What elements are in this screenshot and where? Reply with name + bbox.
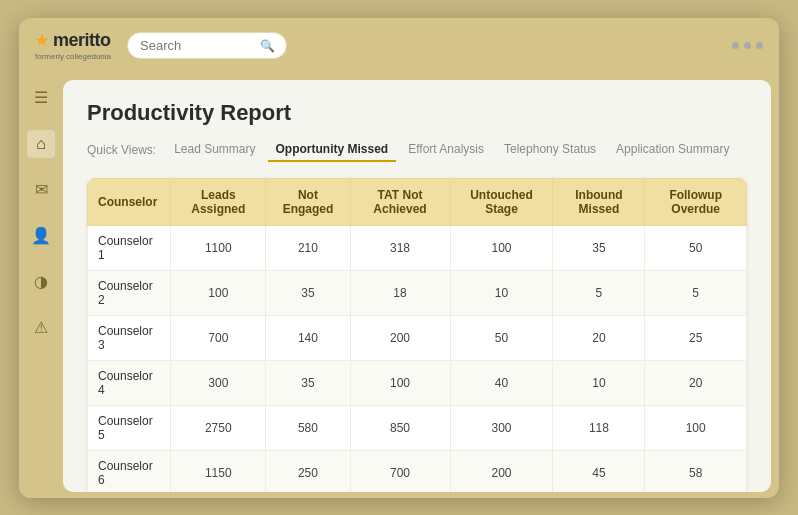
data-cell: 210 bbox=[266, 225, 350, 270]
data-cell: 100 bbox=[350, 360, 450, 405]
content-inner: Productivity Report Quick Views: Lead Su… bbox=[63, 80, 771, 492]
table-header-row: CounselorLeads AssignedNot EngagedTAT No… bbox=[88, 178, 747, 225]
data-cell: 20 bbox=[645, 360, 747, 405]
sidebar-menu-icon[interactable]: ☰ bbox=[27, 84, 55, 112]
app-frame: meritto formerly collegedunia 🔍 ☰ ⌂ ✉ 👤 … bbox=[19, 18, 779, 498]
content-panel: Productivity Report Quick Views: Lead Su… bbox=[63, 80, 771, 492]
data-cell: 25 bbox=[645, 315, 747, 360]
dot-2 bbox=[744, 42, 751, 49]
tab-lead-summary[interactable]: Lead Summary bbox=[166, 138, 263, 162]
counselor-name-cell: Counselor 6 bbox=[88, 450, 171, 492]
data-cell: 300 bbox=[171, 360, 266, 405]
quick-views-label: Quick Views: bbox=[87, 143, 156, 157]
data-cell: 118 bbox=[553, 405, 645, 450]
data-cell: 50 bbox=[645, 225, 747, 270]
sidebar: ☰ ⌂ ✉ 👤 ◑ ⚠ bbox=[19, 74, 63, 498]
data-cell: 40 bbox=[450, 360, 553, 405]
logo-text: meritto bbox=[53, 30, 111, 51]
data-cell: 5 bbox=[645, 270, 747, 315]
tab-telephony-status[interactable]: Telephony Status bbox=[496, 138, 604, 162]
data-cell: 2750 bbox=[171, 405, 266, 450]
data-cell: 58 bbox=[645, 450, 747, 492]
data-cell: 140 bbox=[266, 315, 350, 360]
counselor-name-cell: Counselor 2 bbox=[88, 270, 171, 315]
table-row: Counselor 3700140200502025 bbox=[88, 315, 747, 360]
logo-sub: formerly collegedunia bbox=[35, 52, 111, 61]
data-cell: 20 bbox=[553, 315, 645, 360]
table-header: Inbound Missed bbox=[553, 178, 645, 225]
counselor-name-cell: Counselor 1 bbox=[88, 225, 171, 270]
data-cell: 35 bbox=[266, 270, 350, 315]
sidebar-mail-icon[interactable]: ✉ bbox=[27, 176, 55, 204]
logo-star-icon bbox=[35, 34, 49, 48]
top-bar-dots bbox=[732, 42, 763, 49]
tab-communication-status[interactable]: Communication Status bbox=[741, 138, 747, 162]
main-area: ☰ ⌂ ✉ 👤 ◑ ⚠ Productivity Report Quick Vi… bbox=[19, 74, 779, 498]
logo-area: meritto formerly collegedunia bbox=[35, 30, 111, 61]
counselor-name-cell: Counselor 3 bbox=[88, 315, 171, 360]
data-cell: 1150 bbox=[171, 450, 266, 492]
table-row: Counselor 611502507002004558 bbox=[88, 450, 747, 492]
page-title: Productivity Report bbox=[87, 100, 747, 126]
data-cell: 250 bbox=[266, 450, 350, 492]
data-cell: 5 bbox=[553, 270, 645, 315]
table-header: Followup Overdue bbox=[645, 178, 747, 225]
data-cell: 35 bbox=[266, 360, 350, 405]
data-cell: 50 bbox=[450, 315, 553, 360]
data-cell: 100 bbox=[645, 405, 747, 450]
top-bar: meritto formerly collegedunia 🔍 bbox=[19, 18, 779, 74]
sidebar-user-icon[interactable]: 👤 bbox=[27, 222, 55, 250]
data-cell: 850 bbox=[350, 405, 450, 450]
data-cell: 200 bbox=[350, 315, 450, 360]
table-row: Counselor 430035100401020 bbox=[88, 360, 747, 405]
table-row: Counselor 111002103181003550 bbox=[88, 225, 747, 270]
table-header: Counselor bbox=[88, 178, 171, 225]
data-cell: 100 bbox=[450, 225, 553, 270]
quick-views-bar: Quick Views: Lead Summary Opportunity Mi… bbox=[87, 138, 747, 162]
data-cell: 35 bbox=[553, 225, 645, 270]
data-cell: 200 bbox=[450, 450, 553, 492]
sidebar-home-icon[interactable]: ⌂ bbox=[27, 130, 55, 158]
data-cell: 10 bbox=[450, 270, 553, 315]
counselor-name-cell: Counselor 4 bbox=[88, 360, 171, 405]
table-header: Not Engaged bbox=[266, 178, 350, 225]
data-cell: 10 bbox=[553, 360, 645, 405]
data-cell: 700 bbox=[350, 450, 450, 492]
data-table: CounselorLeads AssignedNot EngagedTAT No… bbox=[87, 178, 747, 492]
tab-effort-analysis[interactable]: Effort Analysis bbox=[400, 138, 492, 162]
tab-application-summary[interactable]: Application Summary bbox=[608, 138, 737, 162]
sidebar-chart-icon[interactable]: ◑ bbox=[27, 268, 55, 296]
table-row: Counselor 52750580850300118100 bbox=[88, 405, 747, 450]
counselor-name-cell: Counselor 5 bbox=[88, 405, 171, 450]
table-header: TAT Not Achieved bbox=[350, 178, 450, 225]
data-cell: 700 bbox=[171, 315, 266, 360]
tab-opportunity-missed[interactable]: Opportunity Missed bbox=[268, 138, 397, 162]
search-input[interactable] bbox=[140, 38, 260, 53]
data-cell: 318 bbox=[350, 225, 450, 270]
data-cell: 45 bbox=[553, 450, 645, 492]
data-cell: 100 bbox=[171, 270, 266, 315]
table-row: Counselor 210035181055 bbox=[88, 270, 747, 315]
dot-3 bbox=[756, 42, 763, 49]
data-cell: 300 bbox=[450, 405, 553, 450]
table-header: Untouched Stage bbox=[450, 178, 553, 225]
data-cell: 1100 bbox=[171, 225, 266, 270]
dot-1 bbox=[732, 42, 739, 49]
search-bar[interactable]: 🔍 bbox=[127, 32, 287, 59]
search-icon: 🔍 bbox=[260, 39, 275, 53]
data-cell: 18 bbox=[350, 270, 450, 315]
table-header: Leads Assigned bbox=[171, 178, 266, 225]
sidebar-alert-icon[interactable]: ⚠ bbox=[27, 314, 55, 342]
data-cell: 580 bbox=[266, 405, 350, 450]
